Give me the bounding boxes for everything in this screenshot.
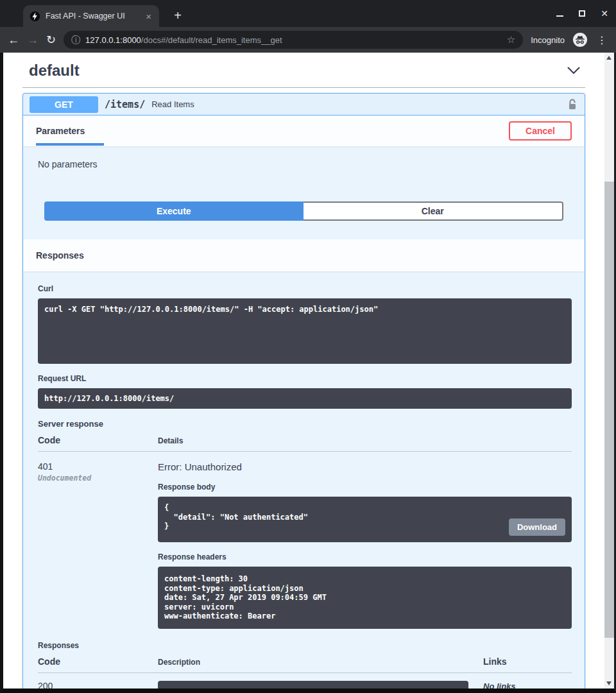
server-response-table: Code Details 401 Undocumented Error: Una… <box>38 435 572 629</box>
links-column-header: Links <box>483 656 572 667</box>
execute-row: Execute Clear <box>23 191 585 239</box>
details-cell: Error: Unauthorized Response body { "det… <box>158 461 572 629</box>
browser-toolbar: ← → ↻ ⓘ 127.0.0.1:8000/docs#/default/rea… <box>0 27 616 53</box>
request-url-label: Request URL <box>38 374 572 383</box>
new-tab-button[interactable]: + <box>169 7 186 24</box>
server-response-label: Server response <box>38 419 572 429</box>
section-divider <box>22 87 585 88</box>
menu-kebab-icon[interactable]: ⋮ <box>595 34 608 46</box>
browser-tab[interactable]: Fast API - Swagger UI × <box>23 5 159 27</box>
server-response-row: 401 Undocumented Error: Unauthorized Res… <box>38 452 572 629</box>
operation-summary: Read Items <box>151 99 194 109</box>
close-icon[interactable]: ✕ <box>601 9 608 18</box>
curl-label: Curl <box>38 284 572 293</box>
incognito-icon <box>572 32 588 47</box>
curl-command: curl -X GET "http://127.0.0.1:8000/items… <box>38 298 572 364</box>
operation-path: /items/ <box>105 99 145 110</box>
response-headers-code: content-length: 30 content-type: applica… <box>158 567 572 629</box>
page-title: default <box>29 62 80 80</box>
method-badge: GET <box>30 96 98 113</box>
code-column-header: Code <box>38 435 158 445</box>
response-body-wrap: { "detail": "Not authenticated" } Downlo… <box>158 497 572 542</box>
swagger-page: default GET /items/ Read Items <box>3 53 604 689</box>
tab-parameters: Parameters <box>36 116 104 146</box>
error-description: Error: Unauthorized <box>158 461 572 472</box>
request-url-value: http://127.0.0.1:8000/items/ <box>38 388 572 409</box>
response-headers-label: Response headers <box>158 552 572 561</box>
address-bar[interactable]: ⓘ 127.0.0.1:8000/docs#/default/read_item… <box>64 31 523 49</box>
links-cell: No links <box>483 681 572 689</box>
undocumented-note: Undocumented <box>38 474 158 483</box>
forward-icon[interactable]: → <box>27 34 38 46</box>
window-frame: default GET /items/ Read Items <box>0 53 616 693</box>
window-controls: ✕ <box>556 8 608 19</box>
chevron-down-icon[interactable] <box>566 66 581 75</box>
responses-inner: Curl curl -X GET "http://127.0.0.1:8000/… <box>23 271 585 689</box>
minimize-icon[interactable] <box>556 15 563 17</box>
opblock-summary[interactable]: GET /items/ Read Items <box>23 94 585 116</box>
details-column-header: Details <box>158 436 572 445</box>
description-cell: Successful Response <box>158 681 483 689</box>
status-code: 200 <box>38 681 158 689</box>
status-code-cell: 200 <box>38 681 158 689</box>
opblock-get-items: GET /items/ Read Items Parameters Cancel… <box>22 93 585 689</box>
page-scrollbar[interactable] <box>604 53 614 689</box>
code-column-header: Code <box>38 656 158 667</box>
tab-title: Fast API - Swagger UI <box>46 12 139 21</box>
back-icon[interactable]: ← <box>8 34 19 46</box>
url-path: /docs#/default/read_items_items__get <box>141 35 282 45</box>
server-response-table-head: Code Details <box>38 435 572 452</box>
maximize-icon[interactable] <box>579 10 585 17</box>
parameters-header: Parameters Cancel <box>23 116 585 146</box>
url-host: 127.0.0.1:8000 <box>85 35 141 45</box>
no-parameters-message: No parameters <box>23 146 585 191</box>
browser-titlebar: Fast API - Swagger UI × + ✕ <box>0 0 616 27</box>
execute-button-group: Execute Clear <box>44 201 563 221</box>
download-button[interactable]: Download <box>509 518 565 536</box>
auth-lock-icon[interactable] <box>567 98 578 111</box>
incognito-label: Incognito <box>531 35 565 45</box>
status-code: 401 <box>38 461 158 472</box>
responses-table-label: Responses <box>38 641 572 650</box>
table-row: 200 Successful Response No links <box>38 673 572 689</box>
response-description: Successful Response <box>158 681 468 689</box>
clear-button[interactable]: Clear <box>304 201 564 221</box>
fastapi-favicon-icon <box>30 11 40 22</box>
response-body-label: Response body <box>158 483 572 492</box>
browser-window: Fast API - Swagger UI × + ✕ ← → ↻ ⓘ 127.… <box>0 0 616 693</box>
status-code-cell: 401 Undocumented <box>38 461 158 629</box>
documented-responses-table: Code Description Links 200 Successful Re… <box>38 656 572 689</box>
description-column-header: Description <box>158 658 483 667</box>
tag-section-header[interactable]: default <box>3 53 604 80</box>
responses-section-header: Responses <box>23 239 585 271</box>
scrollbar-thumb[interactable] <box>604 182 614 638</box>
documented-responses-head: Code Description Links <box>38 656 572 673</box>
scrollbar-down-icon[interactable] <box>606 681 612 685</box>
url-text: 127.0.0.1:8000/docs#/default/read_items_… <box>85 35 502 45</box>
tab-close-icon[interactable]: × <box>144 12 153 21</box>
execute-button[interactable]: Execute <box>44 201 304 221</box>
bookmark-star-icon[interactable]: ☆ <box>507 34 515 46</box>
reload-icon[interactable]: ↻ <box>46 34 56 46</box>
site-info-icon[interactable]: ⓘ <box>71 35 80 44</box>
scrollbar-up-icon[interactable] <box>606 56 612 60</box>
no-links-text: No links <box>483 681 516 689</box>
cancel-button[interactable]: Cancel <box>509 121 572 141</box>
